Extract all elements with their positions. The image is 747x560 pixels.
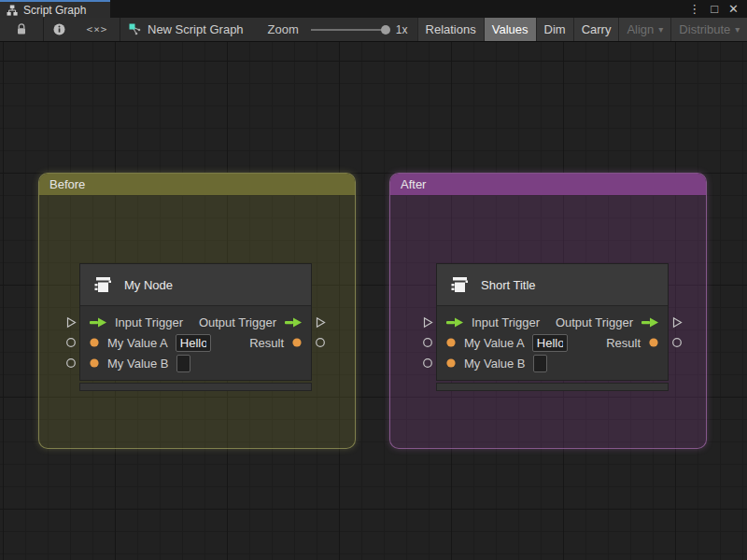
circle-outline-icon bbox=[65, 337, 77, 348]
flow-arrow-icon bbox=[445, 316, 464, 329]
port-row-value-a: My Value A Result bbox=[437, 332, 668, 353]
graph-toolbar: <×> New Script Graph Zoom 1x Relations V… bbox=[0, 18, 747, 42]
value-input-port[interactable] bbox=[422, 357, 433, 370]
script-graph-asset-icon bbox=[129, 23, 141, 35]
port-label: My Value A bbox=[107, 336, 168, 350]
triangle-outline-icon bbox=[422, 316, 433, 329]
new-script-graph-button[interactable] bbox=[129, 18, 141, 41]
align-button[interactable]: Align ▾ bbox=[618, 18, 670, 41]
port-label: Output Trigger bbox=[199, 315, 276, 329]
new-script-graph-label: New Script Graph bbox=[148, 22, 244, 36]
circle-outline-icon bbox=[671, 337, 683, 348]
value-output-port[interactable] bbox=[315, 337, 326, 349]
value-b-input[interactable] bbox=[176, 355, 190, 372]
info-icon bbox=[53, 23, 65, 35]
node-footer bbox=[79, 383, 312, 391]
circle-outline-icon bbox=[422, 357, 433, 369]
node-header[interactable]: My Node bbox=[80, 264, 311, 306]
toolbar-separator bbox=[120, 18, 120, 42]
flow-input-port[interactable] bbox=[65, 316, 77, 329]
node-title: My Node bbox=[124, 278, 173, 292]
group-label: After bbox=[401, 177, 426, 191]
flow-output-port[interactable] bbox=[671, 316, 683, 329]
port-label: Input Trigger bbox=[472, 315, 540, 329]
port-label: Output Trigger bbox=[556, 315, 633, 329]
node-title: Short Title bbox=[481, 278, 536, 292]
unit-icon bbox=[448, 273, 471, 296]
dim-button[interactable]: Dim bbox=[536, 18, 573, 41]
port-label: Input Trigger bbox=[115, 315, 183, 329]
value-dot-icon bbox=[89, 337, 100, 348]
value-input-port[interactable] bbox=[65, 357, 77, 370]
value-dot-icon bbox=[445, 357, 457, 369]
port-label: Result bbox=[249, 336, 284, 350]
flow-input-port[interactable] bbox=[422, 316, 433, 329]
triangle-outline-icon bbox=[315, 316, 326, 329]
circle-outline-icon bbox=[422, 337, 433, 348]
node-my-node[interactable]: My Node Input Trigger Output Trigge bbox=[79, 263, 312, 391]
close-icon[interactable]: ✕ bbox=[728, 3, 739, 15]
maximize-icon[interactable]: □ bbox=[711, 3, 718, 15]
port-row-value-b: My Value B bbox=[437, 353, 668, 373]
port-label: Result bbox=[606, 336, 641, 350]
node-header[interactable]: Short Title bbox=[437, 264, 668, 306]
port-row-trigger: Input Trigger Output Trigger bbox=[80, 312, 311, 332]
zoom-slider[interactable] bbox=[311, 29, 388, 31]
lock-icon bbox=[16, 23, 27, 35]
info-button[interactable] bbox=[44, 18, 75, 41]
value-a-input[interactable] bbox=[176, 334, 211, 352]
value-dot-icon bbox=[291, 337, 303, 348]
value-output-port[interactable] bbox=[671, 337, 683, 349]
code-icon: <×> bbox=[87, 23, 108, 35]
chevron-down-icon: ▾ bbox=[658, 24, 663, 35]
unit-icon bbox=[92, 273, 114, 296]
window-controls: ⋮ □ ✕ bbox=[688, 0, 747, 18]
value-input-port[interactable] bbox=[422, 337, 433, 349]
node-footer bbox=[436, 383, 669, 391]
value-dot-icon bbox=[648, 337, 659, 348]
triangle-outline-icon bbox=[671, 316, 683, 329]
value-input-port[interactable] bbox=[65, 337, 77, 349]
flow-output-port[interactable] bbox=[315, 316, 326, 329]
code-view-button[interactable]: <×> bbox=[75, 18, 120, 41]
flow-arrow-icon bbox=[641, 316, 659, 329]
value-dot-icon bbox=[445, 337, 457, 348]
distribute-button[interactable]: Distribute ▾ bbox=[670, 18, 747, 41]
carry-button[interactable]: Carry bbox=[573, 18, 619, 41]
port-label: My Value A bbox=[464, 336, 525, 350]
group-after-header[interactable]: After bbox=[390, 174, 706, 195]
values-button[interactable]: Values bbox=[484, 18, 536, 41]
circle-outline-icon bbox=[315, 337, 326, 348]
flow-arrow-icon bbox=[89, 316, 107, 329]
value-b-input[interactable] bbox=[533, 355, 547, 372]
zoom-label: Zoom bbox=[268, 22, 299, 36]
port-row-trigger: Input Trigger Output Trigger bbox=[437, 312, 668, 332]
menu-icon[interactable]: ⋮ bbox=[688, 3, 700, 15]
tab-bar: Script Graph ⋮ □ ✕ bbox=[0, 0, 747, 18]
group-label: Before bbox=[49, 177, 85, 191]
tab-script-graph[interactable]: Script Graph bbox=[0, 0, 110, 18]
zoom-slider-handle[interactable] bbox=[381, 25, 390, 35]
port-row-value-a: My Value A Result bbox=[80, 332, 311, 353]
zoom-value: 1x bbox=[396, 23, 408, 36]
tab-title: Script Graph bbox=[23, 4, 86, 17]
port-label: My Value B bbox=[107, 357, 169, 371]
lock-button[interactable] bbox=[0, 18, 43, 41]
port-label: My Value B bbox=[464, 357, 526, 371]
circle-outline-icon bbox=[65, 357, 77, 369]
port-row-value-b: My Value B bbox=[80, 353, 311, 373]
value-dot-icon bbox=[89, 357, 100, 369]
value-a-input[interactable] bbox=[532, 334, 568, 352]
relations-button[interactable]: Relations bbox=[417, 18, 484, 41]
flow-arrow-icon bbox=[284, 316, 303, 329]
triangle-outline-icon bbox=[65, 316, 77, 329]
chevron-down-icon: ▾ bbox=[735, 24, 740, 35]
script-graph-window: Script Graph ⋮ □ ✕ <×> bbox=[0, 0, 747, 560]
node-short-title[interactable]: Short Title Input Trigger Output Tr bbox=[436, 263, 669, 391]
graph-icon bbox=[7, 5, 18, 16]
group-before-header[interactable]: Before bbox=[39, 174, 355, 195]
graph-canvas[interactable]: Before After My Node bbox=[0, 42, 747, 560]
toolbar-buttons: Relations Values Dim Carry Align ▾ Distr… bbox=[417, 18, 747, 41]
